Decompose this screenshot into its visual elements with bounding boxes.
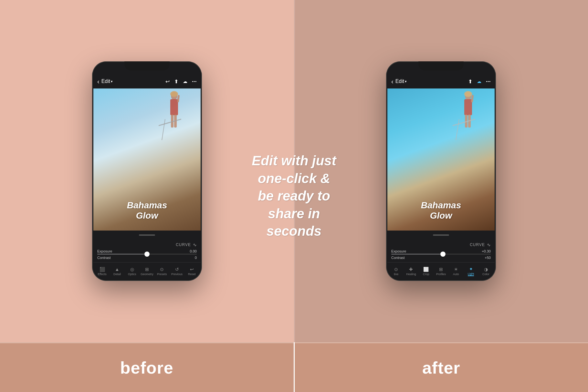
curve-icon-before[interactable]: ∿ xyxy=(193,242,197,247)
exposure-label-after: Exposure xyxy=(391,249,406,253)
svg-rect-10 xyxy=(464,99,472,115)
edit-toolbar-before: ‹ Edit ▾ ↩ ⬆ ☁ ••• xyxy=(93,74,201,88)
before-section: before xyxy=(0,342,294,392)
back-arrow-before[interactable]: ‹ xyxy=(97,78,100,85)
presets-icon-before: ⊙ xyxy=(160,267,164,272)
curve-label-after: CURVE xyxy=(470,242,485,247)
geometry-icon-before: ⊞ xyxy=(145,267,149,272)
previous-icon-before: ↺ xyxy=(175,267,179,272)
color-icon-after: ◑ xyxy=(484,267,488,272)
svg-line-6 xyxy=(159,119,181,126)
back-arrow-after[interactable]: ‹ xyxy=(391,78,394,85)
crop-icon-after: ⬜ xyxy=(423,267,429,272)
detail-icon-before: ▲ xyxy=(115,267,119,272)
handle-bar-before xyxy=(93,231,201,240)
edit-toolbar-after: ‹ Edit ▾ ⬆ ☁ ••• xyxy=(387,74,495,88)
svg-line-7 xyxy=(162,119,165,140)
tagline-line3: be ready to xyxy=(242,187,346,205)
crop-label-after: Crop xyxy=(423,273,429,276)
svg-line-14 xyxy=(453,119,475,126)
light-label-after: Light xyxy=(468,272,474,276)
contrast-value-before: 0 xyxy=(195,256,197,260)
edit-chevron-before: ▾ xyxy=(111,79,113,84)
svg-point-1 xyxy=(170,91,178,97)
bottom-nav-after: ⊙ tive ✚ Healing ⬜ Crop ⊞ Profiles xyxy=(387,262,495,280)
nav-previous-before[interactable]: ↺ Previous xyxy=(169,267,184,276)
phone-notch-before xyxy=(124,61,170,70)
edit-title-before: Edit ▾ xyxy=(101,78,113,84)
exposure-track-after[interactable] xyxy=(391,254,491,254)
nav-detail-before[interactable]: ▲ Detail xyxy=(110,267,124,276)
contrast-row-after: Contrast +50 xyxy=(391,256,491,260)
undo-icon-before[interactable]: ↩ xyxy=(165,78,170,85)
selective-label-after: tive xyxy=(394,273,398,276)
exposure-value-after: +0.30 xyxy=(482,249,491,253)
curve-icon-after[interactable]: ∿ xyxy=(487,242,491,247)
nav-healing-after[interactable]: ✚ Healing xyxy=(404,267,418,276)
edit-chevron-after: ▾ xyxy=(405,79,407,84)
nav-effects-before[interactable]: ⬛ Effects xyxy=(95,267,110,276)
contrast-label-before: Contrast xyxy=(97,256,111,260)
color-label-after: Color xyxy=(482,273,489,276)
nav-crop-after[interactable]: ⬜ Crop xyxy=(419,267,434,276)
contrast-value-after: +50 xyxy=(485,256,491,260)
detail-label-before: Detail xyxy=(113,273,121,276)
healing-icon-after: ✚ xyxy=(409,267,413,272)
edit-label-after: Edit xyxy=(395,78,404,84)
before-label: before xyxy=(120,358,173,377)
edit-label-before: Edit xyxy=(101,78,110,84)
nav-optics-before[interactable]: ◎ Optics xyxy=(125,267,140,276)
photo-title1-before: Bahamas xyxy=(93,200,201,211)
reset-label-before: Reset xyxy=(188,273,196,276)
nav-geometry-before[interactable]: ⊞ Geometry xyxy=(140,267,154,276)
more-icon-before[interactable]: ••• xyxy=(192,79,197,83)
share-icon-after[interactable]: ⬆ xyxy=(468,78,472,85)
nav-light-after[interactable]: ✦ Light xyxy=(463,266,478,276)
photo-title2-after: Glow xyxy=(387,211,495,221)
exposure-thumb-before[interactable] xyxy=(144,252,150,257)
cloud-icon-before[interactable]: ☁ xyxy=(183,79,187,84)
edit-title-after: Edit ▾ xyxy=(395,78,407,84)
nav-selective-after[interactable]: ⊙ tive xyxy=(389,267,404,276)
presets-label-before: Presets xyxy=(157,273,167,276)
exposure-value-before: 0.00 xyxy=(190,249,197,253)
tagline-line4: share in seconds xyxy=(242,205,346,240)
profiles-icon-after: ⊞ xyxy=(439,267,443,272)
light-icon-after: ✦ xyxy=(469,266,473,272)
after-section: after xyxy=(295,342,588,392)
curve-row-after: CURVE ∿ xyxy=(391,242,491,247)
cloud-icon-after[interactable]: ☁ xyxy=(477,79,481,84)
tagline-line2: one-click & xyxy=(242,170,346,187)
nav-presets-before[interactable]: ⊙ Presets xyxy=(154,267,169,276)
photo-bg-after: Bahamas Glow xyxy=(387,88,495,231)
geometry-label-before: Geometry xyxy=(141,273,153,276)
share-icon-before[interactable]: ⬆ xyxy=(174,78,178,85)
handle-line-before xyxy=(139,234,155,236)
nav-profiles-after[interactable]: ⊞ Profiles xyxy=(434,267,448,276)
tagline-line1: Edit with just xyxy=(242,152,346,170)
exposure-track-before[interactable] xyxy=(97,254,197,254)
svg-line-13 xyxy=(472,96,473,101)
person-silhouette-before xyxy=(159,90,181,142)
exposure-row-after: Exposure +0.30 xyxy=(391,249,491,254)
photo-title2-before: Glow xyxy=(93,211,201,221)
optics-label-before: Optics xyxy=(128,273,136,276)
svg-line-15 xyxy=(456,119,459,140)
effects-label-before: Effects xyxy=(98,273,106,276)
photo-area-before: Bahamas Glow xyxy=(93,88,201,231)
more-icon-after[interactable]: ••• xyxy=(486,79,491,83)
photo-overlay-before: Bahamas Glow xyxy=(93,200,201,221)
healing-label-after: Healing xyxy=(406,273,416,276)
auto-icon-after: ☀ xyxy=(454,267,458,272)
handle-line-after xyxy=(433,234,449,236)
nav-color-after[interactable]: ◑ Color xyxy=(478,267,493,276)
exposure-row-before: Exposure 0.00 xyxy=(97,249,197,254)
auto-label-after: Auto xyxy=(453,273,459,276)
curve-label-before: CURVE xyxy=(176,242,191,247)
nav-reset-before[interactable]: ↩ Reset xyxy=(184,267,199,276)
after-label: after xyxy=(422,358,460,377)
selective-icon-after: ⊙ xyxy=(394,267,398,272)
phone-after: ‹ Edit ▾ ⬆ ☁ ••• xyxy=(386,61,496,281)
exposure-thumb-after[interactable] xyxy=(440,252,446,257)
nav-auto-after[interactable]: ☀ Auto xyxy=(448,267,463,276)
